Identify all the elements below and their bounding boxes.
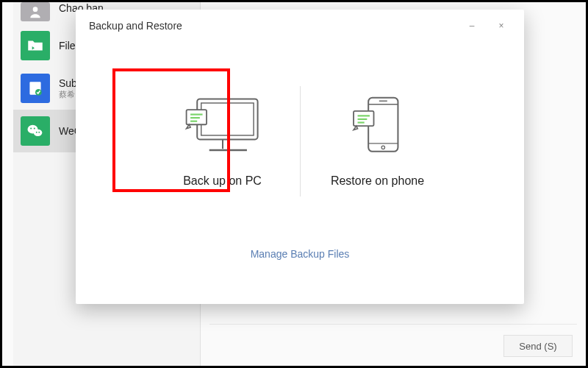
phone-icon: [341, 95, 415, 158]
folder-icon: [21, 31, 50, 60]
wechat-icon: [21, 116, 50, 146]
document-icon: [21, 74, 50, 103]
svg-point-20: [381, 146, 384, 149]
svg-point-0: [33, 7, 38, 12]
svg-point-8: [38, 132, 40, 133]
manage-backup-files-link[interactable]: Manage Backup Files: [251, 248, 350, 260]
backup-on-pc-option[interactable]: Back up on PC: [146, 82, 300, 201]
dialog-titlebar: Backup and Restore – ×: [76, 10, 524, 35]
svg-point-5: [30, 127, 32, 129]
restore-on-phone-option[interactable]: Restore on phone: [301, 82, 455, 201]
send-button[interactable]: Send (S): [503, 335, 573, 357]
svg-point-6: [34, 127, 35, 129]
monitor-icon: [182, 95, 263, 158]
svg-point-4: [34, 130, 43, 136]
backup-on-pc-label: Back up on PC: [183, 174, 262, 188]
restore-on-phone-label: Restore on phone: [331, 174, 424, 188]
send-button-label: Send (S): [519, 341, 556, 352]
backup-restore-dialog: Backup and Restore – ×: [76, 10, 524, 304]
svg-rect-10: [201, 103, 253, 135]
svg-point-7: [36, 132, 37, 133]
composer-divider: [209, 324, 577, 325]
dialog-title: Backup and Restore: [89, 20, 182, 32]
minimize-button[interactable]: –: [459, 17, 484, 35]
close-button[interactable]: ×: [489, 17, 514, 35]
avatar: [21, 2, 50, 21]
